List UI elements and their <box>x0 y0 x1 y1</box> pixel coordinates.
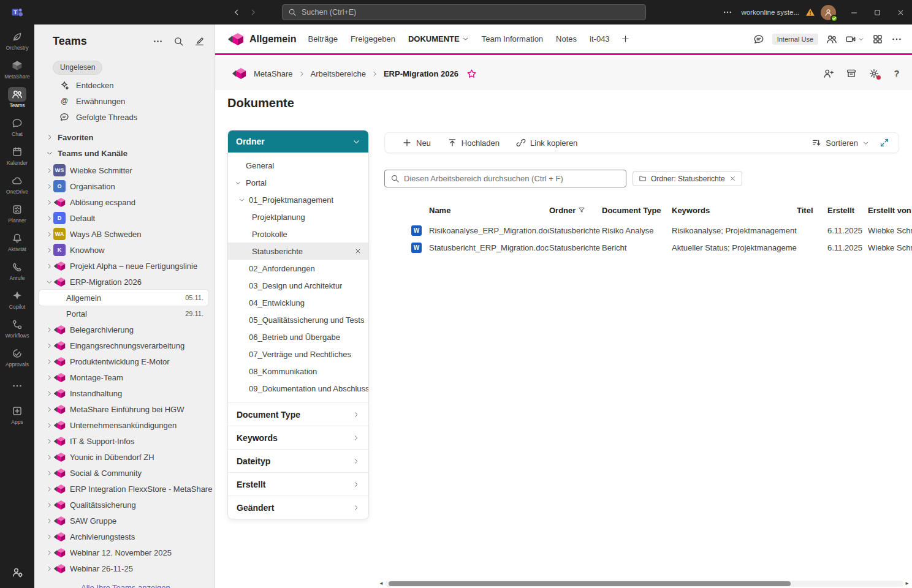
team-item[interactable]: DDefault <box>34 210 215 226</box>
folder-tree-item-02-anforderungen[interactable]: 02_Anforderungen <box>228 260 368 277</box>
team-item[interactable]: KKnowhow <box>34 242 215 258</box>
column-header-document-type[interactable]: Document Type <box>602 206 672 215</box>
tab-dokumente[interactable]: DOKUMENTE <box>408 34 469 43</box>
chevron-right-icon[interactable] <box>46 406 53 413</box>
chevron-right-icon[interactable] <box>46 486 53 492</box>
rail-item-anrufe[interactable]: Anrufe <box>0 256 34 285</box>
team-item[interactable]: Qualitätssicherung <box>34 497 215 513</box>
account-label[interactable]: workonline syste... <box>741 9 799 16</box>
quick-link-erwähnungen[interactable]: @Erwähnungen <box>34 93 215 109</box>
chevron-right-icon[interactable] <box>46 247 53 254</box>
quick-link-entdecken[interactable]: Entdecken <box>34 77 215 93</box>
copy-link-button[interactable]: Link kopieren <box>516 138 577 148</box>
folder-filter-header[interactable]: Ordner <box>228 130 368 153</box>
close-button[interactable] <box>889 0 912 24</box>
rail-item-onedrive[interactable]: OneDrive <box>0 170 34 198</box>
team-item[interactable]: ERP-Migration 2026 <box>34 274 215 290</box>
workspace-search[interactable] <box>384 170 626 187</box>
folder-tree-item-statusberichte[interactable]: Statusberichte <box>228 243 368 260</box>
chevron-down-icon[interactable] <box>46 279 53 285</box>
team-item[interactable]: Produktentwicklung E-Motor <box>34 353 215 369</box>
team-item[interactable]: Webinar 12. November 2025 <box>34 545 215 560</box>
chevron-right-icon[interactable] <box>46 326 53 333</box>
rail-item-aktivitaet[interactable]: Aktivität <box>0 227 34 256</box>
favorite-star-icon[interactable] <box>466 69 477 79</box>
filter-section-geändert[interactable]: Geändert <box>228 496 368 519</box>
layout-grid-icon[interactable] <box>872 34 883 45</box>
upload-button[interactable]: Hochladen <box>447 138 500 148</box>
chevron-right-icon[interactable] <box>46 549 53 556</box>
chevron-right-icon[interactable] <box>46 215 53 222</box>
scrollbar-thumb[interactable] <box>389 581 791 586</box>
folder-tree-item-07-verträge-und-rechtliches[interactable]: 07_Verträge und Rechtliches <box>228 345 368 363</box>
chevron-right-icon[interactable] <box>46 565 53 572</box>
rail-item-teams[interactable]: Teams <box>0 83 34 112</box>
column-header-name[interactable]: Name <box>429 206 549 215</box>
maximize-button[interactable] <box>865 0 889 24</box>
channel-item-portal[interactable]: Portal29.11. <box>39 306 208 322</box>
column-header-keywords[interactable]: Keywords <box>672 206 797 215</box>
chevron-down-icon[interactable] <box>238 197 245 203</box>
unread-filter-chip[interactable]: Ungelesen <box>53 61 102 75</box>
chevron-right-icon[interactable] <box>46 183 53 190</box>
expand-view-icon[interactable] <box>880 138 889 148</box>
titlebar-more-icon[interactable] <box>723 7 732 17</box>
archive-icon[interactable] <box>846 68 857 79</box>
chevron-right-icon[interactable] <box>46 422 53 429</box>
folder-tree-item-06-betrieb-und-übergabe[interactable]: 06_Betrieb und Übergabe <box>228 328 368 345</box>
minimize-button[interactable] <box>842 0 865 24</box>
meet-button[interactable] <box>845 34 864 45</box>
tab-it-043[interactable]: it-043 <box>590 34 610 43</box>
filter-section-erstellt[interactable]: Erstellt <box>228 472 368 496</box>
team-item[interactable]: Instandhaltung <box>34 385 215 401</box>
header-more-icon[interactable] <box>891 34 902 45</box>
document-row[interactable]: WStatusbericht_ERP_Migration.docxStatusb… <box>384 239 912 256</box>
new-button[interactable]: Neu <box>402 138 431 148</box>
team-item[interactable]: Unternehmensankündigungen <box>34 417 215 433</box>
chevron-right-icon[interactable] <box>46 470 53 477</box>
person-add-icon[interactable] <box>823 68 834 79</box>
chevron-right-icon[interactable] <box>46 502 53 508</box>
remove-filter-icon[interactable] <box>729 175 736 182</box>
chevron-right-icon[interactable] <box>46 390 53 397</box>
members-icon[interactable] <box>826 34 837 45</box>
sidebar-more-icon[interactable] <box>153 36 163 47</box>
tab-team-information[interactable]: Team Information <box>482 34 543 43</box>
chevron-right-icon[interactable] <box>46 533 53 540</box>
scroll-right-arrow-icon[interactable]: ► <box>905 581 910 586</box>
folder-tree-item-protokolle[interactable]: Protokolle <box>228 225 368 243</box>
chevron-down-icon[interactable] <box>235 179 241 186</box>
team-item[interactable]: WAWays AB Schweden <box>34 226 215 242</box>
chevron-right-icon[interactable] <box>46 518 53 524</box>
chevron-right-icon[interactable] <box>46 167 53 174</box>
avatar[interactable] <box>821 5 836 20</box>
rail-item-metashare[interactable]: MetaShare <box>0 55 34 83</box>
rail-item-workflows[interactable]: Workflows <box>0 314 34 342</box>
team-item[interactable]: Montage-Team <box>34 369 215 385</box>
chevron-right-icon[interactable] <box>46 199 53 206</box>
team-item[interactable]: Eingangsrechnungsverarbeitung <box>34 337 215 353</box>
filter-section-keywords[interactable]: Keywords <box>228 426 368 449</box>
chevron-right-icon[interactable] <box>46 358 53 365</box>
help-icon[interactable]: ? <box>891 68 902 79</box>
rail-item-kalender[interactable]: Kalender <box>0 141 34 170</box>
tab-notes[interactable]: Notes <box>556 34 577 43</box>
team-item[interactable]: Projekt Alpha – neue Fertigungslinie <box>34 258 215 274</box>
tab-beiträge[interactable]: Beiträge <box>308 34 337 43</box>
team-item[interactable]: Archivierungstests <box>34 529 215 545</box>
column-header-ordner[interactable]: Ordner <box>549 206 602 215</box>
column-header-titel[interactable]: Titel <box>797 206 827 215</box>
chevron-right-icon[interactable] <box>46 454 53 461</box>
back-button[interactable] <box>232 8 241 17</box>
scrollbar-track[interactable] <box>385 581 903 587</box>
shared-account-icon[interactable] <box>12 567 23 578</box>
folder-tree-item-03-design-und-architektur[interactable]: 03_Design und Architektur <box>228 277 368 294</box>
horizontal-scrollbar[interactable]: ◄ ► <box>379 579 910 587</box>
rail-item-approvals[interactable]: Approvals <box>0 342 34 371</box>
quick-link-gefolgte-threads[interactable]: Gefolgte Threads <box>34 109 215 125</box>
team-item[interactable]: Webinar 26-11-25 <box>34 560 215 576</box>
forward-button[interactable] <box>249 8 257 17</box>
team-item[interactable]: IT & Support-Infos <box>34 433 215 449</box>
channel-item-allgemein[interactable]: Allgemein05.11. <box>39 290 208 306</box>
active-filter-chip[interactable]: Ordner: Statusberichte <box>633 171 742 186</box>
